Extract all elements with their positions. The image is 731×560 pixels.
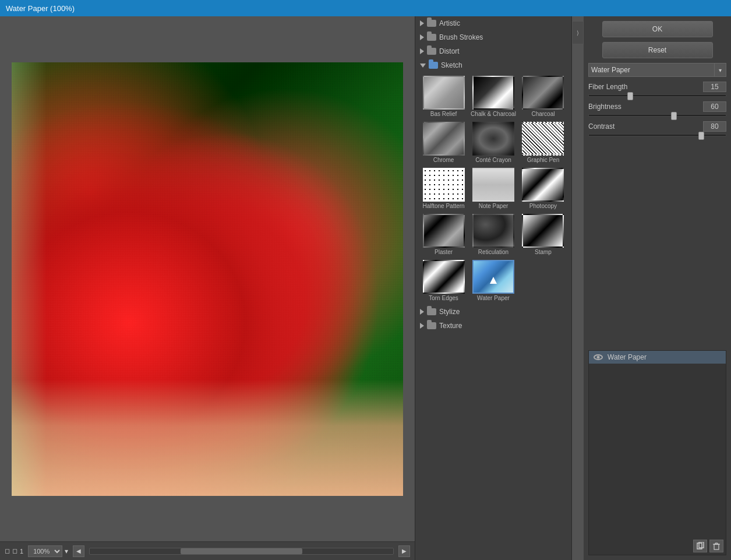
filter-plaster[interactable]: Plaster [420,213,467,256]
effects-water-paper-item[interactable]: Water Paper [589,351,726,364]
contrast-thumb[interactable] [698,132,704,140]
brightness-slider[interactable] [588,114,726,117]
filter-label-stamp: Stamp [535,249,552,255]
fiber-length-label: Fiber Length [588,83,627,91]
canvas-bottom-bar: ◻ ◻ 1 100% 50% 200% ▾ ◀ ▶ [0,541,415,560]
expand-arrows-icon: ⟩ [577,30,579,36]
zoom-control[interactable]: 100% 50% 200% ▾ [28,545,68,557]
filter-select-row: Water Paper ▾ [588,63,726,77]
category-texture[interactable]: Texture [415,319,571,333]
filter-label-chalk: Chalk & Charcoal [471,111,516,117]
filter-halftone-pattern[interactable]: Halftone Pattern [420,167,467,210]
fiber-length-thumb[interactable] [627,92,633,100]
hand-area [12,379,403,496]
folder-stylize-icon [427,308,436,315]
canvas-image [12,62,403,496]
category-texture-label: Texture [439,322,462,330]
filter-water-paper[interactable]: Water Paper [469,259,517,302]
fiber-length-slider[interactable] [588,94,726,97]
zoom-dropdown-icon: ▾ [65,547,68,555]
zoom-select[interactable]: 100% 50% 200% [28,545,62,557]
filter-thumb-note-paper [472,168,514,202]
filter-label-chrome: Chrome [433,157,454,163]
filter-chrome[interactable]: Chrome [420,121,467,164]
folder-artistic-icon [427,20,436,27]
folder-brush-icon [427,34,436,41]
brightness-label: Brightness [588,103,621,111]
filter-thumb-torn-edges [423,260,465,294]
expand-texture-icon [420,323,424,329]
effects-buttons-row [589,537,726,555]
svg-rect-2 [714,544,719,550]
page-icon [696,542,704,550]
filter-thumb-plaster [423,214,465,248]
filter-label-conte: Conté Crayon [475,157,511,163]
contrast-slider[interactable] [588,134,726,136]
effects-empty-area [589,364,726,538]
filter-note-paper[interactable]: Note Paper [469,167,517,210]
brightness-value[interactable]: 60 [703,101,726,112]
category-brush-strokes[interactable]: Brush Strokes [415,30,571,44]
filter-conte-crayon[interactable]: Conté Crayon [469,121,517,164]
filter-label-charcoal: Charcoal [531,111,555,117]
category-brush-label: Brush Strokes [439,33,483,41]
filter-thumb-conte [472,122,514,156]
filter-label-reticulation: Reticulation [478,249,508,255]
filter-thumb-chalk [472,76,514,110]
filter-graphic-pen[interactable]: Graphic Pen [520,121,567,164]
trash-icon [712,542,721,550]
canvas-container [0,16,415,541]
left-edge-effect [12,62,47,496]
new-effect-button[interactable] [693,540,707,552]
ok-button[interactable]: OK [602,21,713,37]
filter-select[interactable]: Water Paper [588,63,715,77]
filter-thumb-bas-relief [423,76,465,110]
category-distort[interactable]: Distort [415,44,571,58]
eye-visibility-icon[interactable] [594,354,603,360]
brightness-param: Brightness 60 [588,101,726,117]
reset-button[interactable]: Reset [602,42,713,58]
category-artistic-label: Artistic [439,19,460,27]
effects-layer-label: Water Paper [608,353,647,361]
filter-stamp[interactable]: Stamp [520,213,567,256]
page-number: ◻ [12,547,17,555]
scroll-left-arrow[interactable]: ◀ [73,545,84,557]
filter-thumb-chrome [423,122,465,156]
filter-thumb-reticulation [472,214,514,248]
delete-effect-button[interactable] [709,540,723,552]
expand-brush-icon [420,34,424,40]
apple-image [12,62,403,496]
contrast-param: Contrast 80 [588,121,726,136]
sketch-filter-grid: Bas Relief Chalk & Charcoal Charcoal Chr… [415,72,571,305]
category-stylize[interactable]: Stylize [415,305,571,319]
fiber-length-value[interactable]: 15 [703,82,726,92]
contrast-value[interactable]: 80 [703,121,726,132]
fiber-length-param: Fiber Length 15 [588,82,726,97]
title-text: Water Paper (100%) [6,4,75,13]
category-sketch-label: Sketch [441,61,462,69]
canvas-area: ◻ ◻ 1 100% 50% 200% ▾ ◀ ▶ [0,16,415,560]
scroll-right-arrow[interactable]: ▶ [398,545,410,557]
fiber-length-header: Fiber Length 15 [588,82,726,92]
horizontal-scrollbar[interactable] [89,548,394,555]
expand-distort-icon [420,48,424,54]
scrollbar-thumb [181,548,302,554]
filter-chalk-charcoal[interactable]: Chalk & Charcoal [469,75,517,118]
filter-bas-relief[interactable]: Bas Relief [420,75,467,118]
category-artistic[interactable]: Artistic [415,16,571,30]
filter-label-bas-relief: Bas Relief [430,111,457,117]
filter-panel: Artistic Brush Strokes Distort Sketch Ba… [415,16,572,560]
filter-thumb-charcoal [522,76,564,110]
filter-charcoal[interactable]: Charcoal [520,75,567,118]
brightness-thumb[interactable] [671,112,677,120]
filter-thumb-stamp [522,214,564,248]
filter-label-water-paper: Water Paper [477,295,510,301]
category-sketch[interactable]: Sketch [415,58,571,72]
folder-sketch-icon [429,62,438,69]
reset-label: Reset [648,46,666,54]
filter-torn-edges[interactable]: Torn Edges [420,259,467,302]
panel-expand-button[interactable]: ⟩ [572,21,584,44]
filter-photocopy[interactable]: Photocopy [520,167,567,210]
category-stylize-label: Stylize [439,308,460,316]
filter-reticulation[interactable]: Reticulation [469,213,517,256]
